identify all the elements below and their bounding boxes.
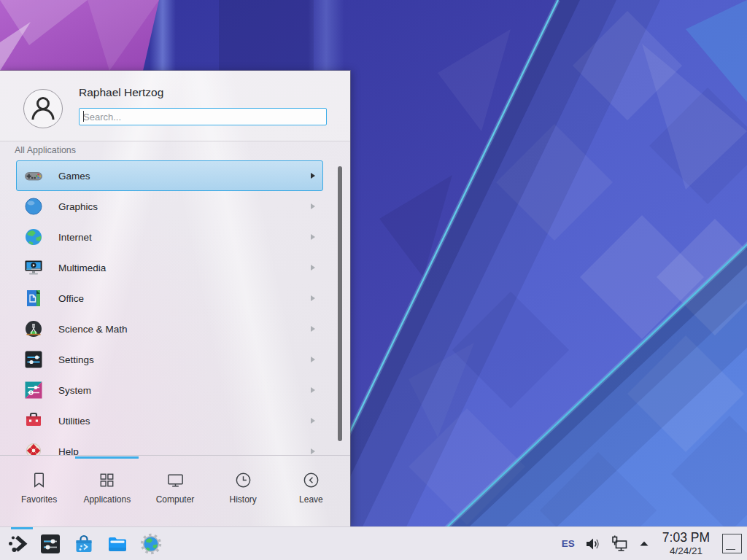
dolphin-folder-icon [106, 532, 129, 556]
category-label: Settings [58, 354, 94, 365]
scrollbar[interactable] [338, 166, 342, 441]
application-launcher-menu: Raphael Hertzog All Applications Games [0, 71, 350, 526]
system-tray: ES 7:03 PM 4/24/21 [562, 527, 747, 560]
leave-icon [301, 470, 321, 490]
section-label: All Applications [15, 145, 76, 155]
science-icon [23, 319, 44, 339]
category-label: Graphics [58, 201, 98, 212]
discover-icon [72, 532, 96, 556]
search-input[interactable] [79, 108, 327, 125]
category-label: Multimedia [58, 262, 106, 273]
submenu-arrow-icon [311, 448, 315, 454]
digital-clock[interactable]: 7:03 PM 4/24/21 [662, 532, 710, 556]
dolphin-button[interactable] [106, 532, 129, 556]
category-multimedia[interactable]: Multimedia [16, 252, 323, 283]
category-label: Help [58, 446, 79, 456]
submenu-arrow-icon [311, 173, 315, 179]
category-internet[interactable]: Internet [16, 222, 323, 252]
multimedia-icon [23, 257, 44, 278]
tab-history[interactable]: History [209, 465, 277, 518]
user-name: Raphael Hertzog [79, 86, 163, 99]
menu-header: Raphael Hertzog [0, 71, 350, 141]
category-office[interactable]: Office [16, 283, 323, 314]
taskbar-launchers [0, 532, 163, 556]
category-graphics[interactable]: Graphics [16, 191, 323, 222]
system-settings-icon [39, 532, 62, 556]
computer-icon [166, 470, 185, 490]
utilities-icon [23, 411, 44, 431]
tab-label: Favorites [21, 494, 57, 505]
web-browser-icon [139, 532, 163, 556]
application-category-list: Games Graphics Internet [0, 160, 333, 455]
tab-leave[interactable]: Leave [277, 465, 345, 518]
submenu-arrow-icon [311, 357, 315, 362]
category-games[interactable]: Games [16, 160, 323, 191]
games-icon [23, 166, 44, 186]
application-launcher-button[interactable] [5, 532, 28, 556]
category-label: Office [58, 293, 84, 304]
taskbar: ES 7:03 PM 4/24/21 [0, 526, 747, 560]
footer-separator [0, 455, 350, 456]
category-help[interactable]: Help [16, 436, 323, 455]
show-desktop-button[interactable] [722, 534, 742, 553]
category-label: Games [58, 171, 90, 182]
clock-time: 7:03 PM [662, 532, 710, 545]
tab-favorites[interactable]: Favorites [5, 465, 73, 518]
submenu-arrow-icon [311, 295, 315, 301]
graphics-icon [23, 196, 44, 217]
tab-label: Applications [83, 494, 131, 505]
favorites-icon [29, 470, 49, 490]
submenu-arrow-icon [311, 234, 315, 240]
applications-icon [97, 470, 117, 490]
category-science-math[interactable]: Science & Math [16, 314, 323, 344]
network-icon[interactable] [610, 534, 629, 553]
tab-label: History [230, 494, 257, 505]
active-app-indicator [11, 527, 33, 529]
web-browser-button[interactable] [139, 532, 163, 556]
submenu-arrow-icon [311, 265, 315, 271]
user-avatar-icon[interactable] [23, 89, 63, 128]
tray-expander-caret-icon[interactable] [638, 538, 650, 550]
submenu-arrow-icon [311, 418, 315, 424]
text-cursor [83, 111, 84, 122]
menu-tab-bar: Favorites Applications Computer History [5, 465, 345, 518]
tab-computer[interactable]: Computer [141, 465, 209, 518]
clock-date: 4/24/21 [670, 546, 703, 556]
category-settings[interactable]: Settings [16, 344, 323, 375]
header-separator [0, 141, 350, 141]
tab-label: Computer [156, 494, 195, 505]
tab-applications[interactable]: Applications [73, 465, 141, 518]
discover-button[interactable] [72, 532, 96, 556]
kde-launcher-icon [5, 532, 28, 556]
submenu-arrow-icon [311, 326, 315, 332]
category-system[interactable]: System [16, 375, 323, 405]
category-label: Utilities [58, 416, 90, 427]
office-icon [23, 288, 44, 308]
category-label: Internet [58, 232, 92, 243]
help-icon [23, 441, 44, 455]
category-label: Science & Math [58, 324, 128, 335]
category-label: System [58, 385, 91, 396]
tab-label: Leave [299, 494, 323, 505]
submenu-arrow-icon [311, 387, 315, 393]
settings-icon [23, 349, 44, 370]
volume-icon[interactable] [584, 536, 600, 552]
system-icon [23, 380, 44, 400]
system-settings-button[interactable] [39, 532, 62, 556]
active-tab-indicator [75, 456, 139, 459]
keyboard-layout-indicator[interactable]: ES [562, 538, 575, 549]
history-icon [233, 470, 253, 490]
submenu-arrow-icon [311, 203, 315, 209]
category-utilities[interactable]: Utilities [16, 405, 323, 436]
internet-icon [23, 227, 44, 247]
